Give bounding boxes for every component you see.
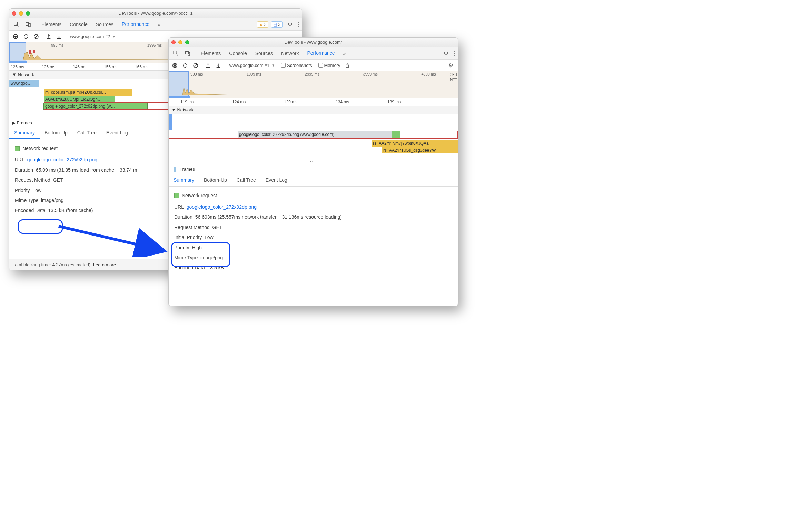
wf-bar[interactable]: AGvuzYaZuuCrJpF1idZiOgh… [44, 96, 115, 102]
details-heading: Network request [182, 191, 217, 201]
frames-section-header[interactable]: Frames [169, 164, 458, 174]
tab-call-tree[interactable]: Call Tree [72, 127, 101, 139]
tab-bottom-up[interactable]: Bottom-Up [199, 174, 232, 186]
inspect-icon[interactable] [11, 19, 22, 30]
value-encoded: 13.5 kB (from cache) [48, 208, 93, 213]
tab-network[interactable]: Network [277, 47, 303, 59]
chevron-down-icon: ▼ [112, 34, 116, 38]
upload-icon[interactable] [44, 32, 53, 41]
svg-point-4 [14, 36, 17, 38]
recording-selector[interactable]: www.google.com #1▼ [229, 63, 275, 68]
frame-swatch-icon [174, 167, 176, 172]
recording-label: www.google.com #1 [229, 63, 269, 68]
learn-more-link[interactable]: Learn more [93, 262, 116, 267]
ruler-tick: 124 ms [231, 100, 283, 104]
value-mime: image/png [41, 198, 63, 203]
tab-summary[interactable]: Summary [9, 127, 40, 139]
value-priority: Low [32, 188, 41, 193]
tab-event-log[interactable]: Event Log [101, 127, 133, 139]
download-icon[interactable] [214, 61, 222, 70]
clear-icon[interactable] [191, 61, 200, 70]
maximize-icon[interactable] [185, 40, 189, 44]
value-initial-priority: Low [205, 234, 214, 240]
tab-bottom-up[interactable]: Bottom-Up [40, 127, 72, 139]
more-icon[interactable]: ⋮ [451, 50, 458, 57]
download-icon[interactable] [55, 32, 63, 41]
tab-summary[interactable]: Summary [169, 174, 199, 186]
warning-badge[interactable]: ▲3 [257, 21, 269, 28]
label-duration: Duration [15, 165, 33, 175]
clear-icon[interactable] [32, 32, 40, 41]
request-url-link[interactable]: googlelogo_color_272x92dp.png [27, 157, 97, 162]
tabs-overflow-icon[interactable]: » [154, 18, 165, 30]
tab-sources[interactable]: Sources [251, 47, 277, 59]
timeline-overview[interactable]: 999 ms 1999 ms 2999 ms 3999 ms 4999 ms C… [169, 71, 458, 98]
panel-gear-icon[interactable]: ⚙ [446, 62, 456, 69]
wf-bar[interactable]: rs=AA2YrTuGs_dsg3deeYW [382, 147, 458, 153]
network-section-header[interactable]: ▼ Network [169, 106, 458, 114]
ruler-tick: 126 ms [9, 64, 40, 69]
wf-bar[interactable]: m=cdos,hsm,jsa,mb4ZUb,d,csi… [44, 89, 132, 96]
settings-gear-icon[interactable]: ⚙ [441, 50, 451, 57]
network-waterfall[interactable]: googlelogo_color_272x92dp.png (www.googl… [169, 114, 458, 159]
device-toggle-icon[interactable] [182, 48, 193, 59]
tab-elements[interactable]: Elements [37, 18, 66, 30]
screenshots-label: Screenshots [287, 63, 312, 68]
timeline-ruler[interactable]: 119 ms 124 ms 129 ms 134 ms 139 ms [169, 98, 458, 106]
record-icon[interactable] [11, 32, 20, 41]
tabs-overflow-icon[interactable]: » [339, 47, 350, 59]
minimize-icon[interactable] [19, 11, 23, 16]
request-details: Network request URL googlelogo_color_272… [169, 187, 458, 276]
ruler-tick: 136 ms [40, 64, 71, 69]
wf-bar-selected[interactable]: googlelogo_color_272x92dp.png (w… [44, 103, 147, 109]
footer-text: Total blocking time: 4.27ms (estimated) [13, 262, 90, 267]
memory-checkbox[interactable]: Memory [318, 63, 340, 68]
request-url-link[interactable]: googlelogo_color_272x92dp.png [187, 204, 257, 210]
tab-call-tree[interactable]: Call Tree [232, 174, 261, 186]
info-badge[interactable]: ▤3 [271, 21, 283, 28]
close-icon[interactable] [171, 40, 176, 44]
main-tabbar: Elements Console Sources Network Perform… [169, 47, 458, 60]
reload-icon[interactable] [22, 32, 30, 41]
resizer-ellipsis-icon[interactable]: ⋯ [169, 159, 458, 164]
titlebar[interactable]: DevTools - www.google.com/?pccc=1 [9, 9, 302, 18]
record-icon[interactable] [171, 61, 179, 70]
tab-console[interactable]: Console [225, 47, 251, 59]
tab-sources[interactable]: Sources [92, 18, 118, 30]
label-initial-priority: Initial Priority [174, 232, 202, 242]
wf-main-bar[interactable] [169, 114, 172, 130]
settings-gear-icon[interactable]: ⚙ [285, 21, 295, 28]
maximize-icon[interactable] [26, 11, 30, 16]
wf-bar-selected[interactable]: googlelogo_color_272x92dp.png (www.googl… [238, 131, 400, 138]
svg-point-12 [174, 64, 176, 67]
value-encoded: 13.5 kB [208, 265, 224, 270]
upload-icon[interactable] [204, 61, 212, 70]
label-duration: Duration [174, 212, 192, 222]
wf-bar[interactable]: www.goo… [9, 80, 39, 87]
tab-performance[interactable]: Performance [118, 18, 154, 30]
recording-selector[interactable]: www.google.com #2▼ [70, 34, 116, 39]
overview-tick: 2999 ms [305, 72, 319, 76]
screenshots-checkbox[interactable]: Screenshots [281, 63, 312, 68]
label-mime: Mime Type [15, 196, 38, 206]
warning-count: 3 [264, 22, 267, 27]
traffic-lights [12, 11, 30, 16]
tab-console[interactable]: Console [66, 18, 91, 30]
tab-performance[interactable]: Performance [303, 47, 339, 59]
wf-bar[interactable]: rs=AA2YrTvm7jYwbsf0XJQAa [372, 140, 458, 147]
trash-icon[interactable]: 🗑 [345, 63, 350, 68]
tab-elements[interactable]: Elements [197, 47, 225, 59]
minimize-icon[interactable] [178, 40, 182, 44]
overview-tick: 996 ms [51, 43, 63, 47]
inspect-icon[interactable] [171, 48, 181, 59]
request-type-swatch-icon [174, 193, 179, 198]
overview-tick: 4999 ms [421, 72, 436, 76]
close-icon[interactable] [12, 11, 16, 16]
device-toggle-icon[interactable] [23, 19, 33, 30]
titlebar[interactable]: DevTools - www.google.com/ [169, 38, 458, 47]
more-icon[interactable]: ⋮ [295, 21, 302, 28]
tab-event-log[interactable]: Event Log [261, 174, 292, 186]
reload-icon[interactable] [181, 61, 189, 70]
checkbox-icon [318, 63, 323, 68]
traffic-lights [171, 40, 189, 44]
